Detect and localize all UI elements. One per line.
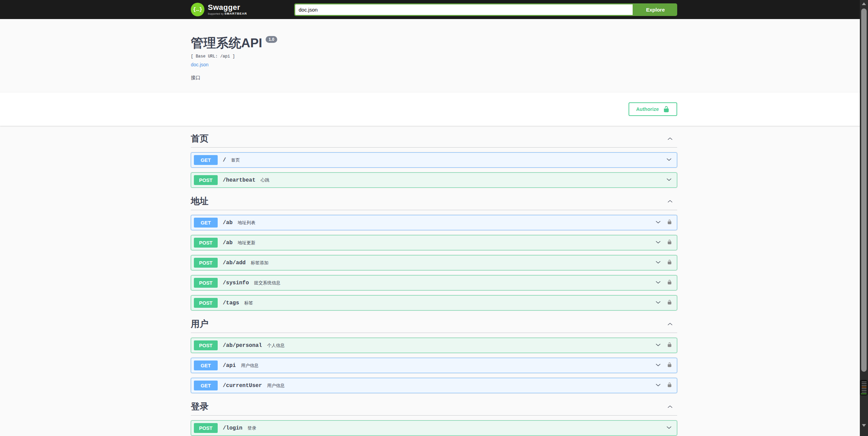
operation-row[interactable]: POST /heartbeat 心跳 xyxy=(191,172,677,188)
method-badge: GET xyxy=(194,218,218,228)
method-badge: GET xyxy=(194,381,218,390)
lock-icon[interactable] xyxy=(667,239,672,246)
tag-header-user[interactable]: 用户 xyxy=(191,317,677,333)
chevron-down-icon[interactable] xyxy=(666,177,672,184)
info-section: 管理系统API 1.0 [ Base URL: /api ] doc.json … xyxy=(0,19,868,93)
lock-icon[interactable] xyxy=(667,259,672,266)
base-url: [ Base URL: /api ] xyxy=(191,54,677,59)
authorize-label: Authorize xyxy=(636,106,659,112)
tag-header-address[interactable]: 地址 xyxy=(191,194,677,210)
operation-row[interactable]: POST /login 登录 xyxy=(191,420,677,436)
chevron-down-icon[interactable] xyxy=(655,362,661,369)
lock-icon[interactable] xyxy=(667,382,672,389)
scroll-marker-widget xyxy=(860,380,868,396)
method-badge: POST xyxy=(194,278,218,288)
supported-by-text: Supported by xyxy=(208,13,224,15)
operation-path: /api xyxy=(223,363,236,369)
lock-icon[interactable] xyxy=(667,279,672,286)
spec-link[interactable]: doc.json xyxy=(191,62,208,67)
version-badge: 1.0 xyxy=(266,36,278,43)
chevron-down-icon[interactable] xyxy=(655,219,661,227)
lock-icon[interactable] xyxy=(667,219,672,226)
vertical-scrollbar[interactable] xyxy=(860,0,868,436)
chevron-down-icon[interactable] xyxy=(666,156,672,164)
page-title: 管理系统API xyxy=(191,35,262,52)
operation-description: 地址列表 xyxy=(238,220,255,226)
tag-title: 登录 xyxy=(191,401,208,413)
chevron-down-icon[interactable] xyxy=(655,259,661,267)
chevron-down-icon[interactable] xyxy=(655,279,661,287)
operation-path: / xyxy=(223,157,226,163)
operation-description: 个人信息 xyxy=(267,342,285,349)
operation-path: /ab xyxy=(223,220,233,226)
spec-url-input[interactable] xyxy=(294,3,634,16)
operation-path: /ab/personal xyxy=(223,342,262,349)
operation-row[interactable]: POST /sysinfo 提交系统信息 xyxy=(191,275,677,290)
chevron-down-icon[interactable] xyxy=(655,382,661,389)
chevron-down-icon[interactable] xyxy=(666,424,672,432)
swagger-logo: {…} Swagger Supported by SMARTBEAR xyxy=(191,3,247,16)
triangle-up-icon xyxy=(862,2,866,5)
operation-path: /ab xyxy=(223,240,233,246)
chevron-down-icon[interactable] xyxy=(655,342,661,349)
smartbear-byline: Supported by SMARTBEAR xyxy=(208,12,247,15)
tag-header-home[interactable]: 首页 xyxy=(191,131,677,148)
operation-description: 标签 xyxy=(244,300,253,306)
operation-description: 提交系统信息 xyxy=(254,280,281,286)
operation-description: 用户信息 xyxy=(267,383,285,389)
scroll-down-button[interactable] xyxy=(860,422,868,429)
scheme-container: Authorize xyxy=(0,93,868,126)
operation-row[interactable]: POST /ab/personal 个人信息 xyxy=(191,338,677,353)
chevron-down-icon[interactable] xyxy=(655,299,661,307)
scrollbar-thumb[interactable] xyxy=(861,9,867,372)
operation-row[interactable]: POST /ab 地址更新 xyxy=(191,235,677,250)
topbar: {…} Swagger Supported by SMARTBEAR Explo… xyxy=(0,0,868,19)
api-description: 接口 xyxy=(191,75,677,81)
chevron-up-icon[interactable] xyxy=(667,321,673,327)
tag-title: 首页 xyxy=(191,133,208,145)
swagger-wordmark: Swagger xyxy=(208,4,247,11)
lock-icon[interactable] xyxy=(667,362,672,369)
chevron-up-icon[interactable] xyxy=(667,404,673,410)
operation-description: 登录 xyxy=(248,425,256,431)
operation-row[interactable]: GET /ab 地址列表 xyxy=(191,215,677,230)
method-badge: GET xyxy=(194,155,218,165)
operation-row[interactable]: GET /currentUser 用户信息 xyxy=(191,378,677,393)
method-badge: POST xyxy=(194,258,218,268)
operation-path: /login xyxy=(223,425,243,431)
operation-path: /ab/add xyxy=(223,260,246,266)
method-badge: GET xyxy=(194,360,218,370)
method-badge: POST xyxy=(194,238,218,248)
lock-icon[interactable] xyxy=(667,299,672,306)
authorize-button[interactable]: Authorize xyxy=(629,102,677,116)
operation-row[interactable]: GET /api 用户信息 xyxy=(191,358,677,373)
spec-url-form: Explore xyxy=(294,3,677,16)
method-badge: POST xyxy=(194,175,218,185)
operation-row[interactable]: POST /ab/add 标签添加 xyxy=(191,255,677,270)
unlock-icon xyxy=(663,106,670,113)
operation-description: 标签添加 xyxy=(251,260,268,266)
scroll-up-button[interactable] xyxy=(860,0,868,7)
operation-row[interactable]: GET / 首页 xyxy=(191,152,677,168)
chevron-down-icon[interactable] xyxy=(655,239,661,247)
method-badge: POST xyxy=(194,298,218,308)
chevron-up-icon[interactable] xyxy=(667,198,673,204)
operation-path: /heartbeat xyxy=(223,177,255,183)
explore-button[interactable]: Explore xyxy=(634,3,677,16)
triangle-down-icon xyxy=(862,424,866,427)
method-badge: POST xyxy=(194,423,218,433)
operation-description: 首页 xyxy=(231,157,240,163)
operation-path: /sysinfo xyxy=(223,280,249,286)
chevron-up-icon[interactable] xyxy=(667,136,673,142)
operation-path: /currentUser xyxy=(223,383,262,389)
operations-list: 首页 GET / 首页 POST /heartbeat 心跳 地址 xyxy=(191,126,677,436)
operation-description: 用户信息 xyxy=(241,363,258,369)
method-badge: POST xyxy=(194,340,218,350)
tag-header-login[interactable]: 登录 xyxy=(191,399,677,416)
lock-icon[interactable] xyxy=(667,342,672,349)
swagger-logo-icon: {…} xyxy=(191,3,204,16)
operation-row[interactable]: POST /tags 标签 xyxy=(191,295,677,311)
operation-description: 地址更新 xyxy=(238,240,255,246)
tag-title: 地址 xyxy=(191,195,208,207)
smartbear-text: SMARTBEAR xyxy=(224,12,247,15)
